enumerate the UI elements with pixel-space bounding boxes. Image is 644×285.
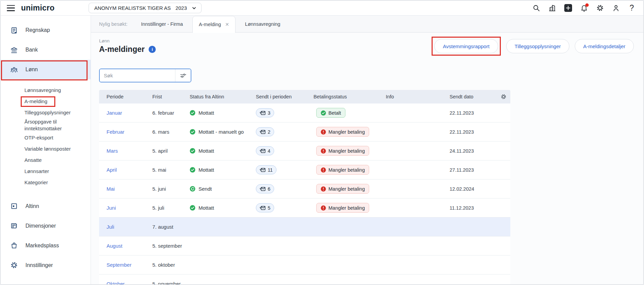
altinn-status-cell: Mottatt xyxy=(190,167,256,173)
sidebar-item-bank[interactable]: Bank xyxy=(1,40,91,60)
search-input[interactable] xyxy=(100,69,175,82)
altinn-icon xyxy=(10,202,18,210)
add-icon[interactable] xyxy=(564,4,572,12)
envelope-icon xyxy=(260,206,266,210)
tab-innstillinger-firma[interactable]: Innstillinger - Firma xyxy=(141,21,183,27)
period-link[interactable]: Oktober xyxy=(107,281,125,285)
avstemmingsrapport-button[interactable]: Avstemmingsrapport xyxy=(434,39,498,53)
payment-status-badge: Betalt xyxy=(316,108,345,118)
sidebar-subitem[interactable]: Kategorier xyxy=(1,177,91,188)
column-header: Status fra Altinn xyxy=(190,94,256,99)
sidebar-subitem[interactable]: Lønnsavregning xyxy=(1,85,91,96)
a-meldingsdetaljer-button[interactable]: A-meldingsdetaljer xyxy=(575,39,634,53)
altinn-status-cell: Sendt xyxy=(190,186,256,192)
search-icon[interactable] xyxy=(532,4,540,12)
table-row[interactable]: Februar 6. mars Mottatt - manuelt go 2 M… xyxy=(99,122,510,141)
info-icon[interactable]: i xyxy=(149,46,156,53)
status-sent-icon xyxy=(190,186,195,192)
sidebar-item-dimensjoner[interactable]: Dimensjoner xyxy=(1,216,91,236)
help-icon[interactable]: ? xyxy=(628,4,636,12)
sent-count-badge: 2 xyxy=(256,127,274,136)
chevron-down-icon xyxy=(192,6,196,11)
status-received-icon xyxy=(190,110,195,116)
sidebar-subitem[interactable]: Årsoppgave til inntektsmottaker xyxy=(1,118,91,132)
sidebar-subitem[interactable]: Tilleggsopplysninger xyxy=(1,107,91,118)
notifications-icon[interactable] xyxy=(580,4,588,12)
company-year: 2023 xyxy=(175,5,187,11)
deadline-cell: 6. februar xyxy=(152,110,190,116)
period-link[interactable]: Februar xyxy=(107,129,125,135)
payment-status-cell: Mangler betaling xyxy=(314,146,386,156)
tilleggsopplysninger-button[interactable]: Tilleggsopplysninger xyxy=(506,39,569,53)
sent-count-badge: 6 xyxy=(256,184,274,193)
sidebar-item-lonn[interactable]: Lønn xyxy=(1,60,91,79)
hamburger-menu-icon[interactable] xyxy=(7,5,15,11)
filter-button[interactable] xyxy=(175,69,191,82)
table-row[interactable]: Mai 5. juni Sendt 6 Mangler betaling 12.… xyxy=(99,179,510,198)
payment-status-badge: Mangler betaling xyxy=(316,165,369,175)
table-row[interactable]: August 5. september xyxy=(99,236,510,255)
column-header: Frist xyxy=(152,94,190,99)
deadline-cell: 5. mai xyxy=(152,167,190,173)
settings-icon[interactable] xyxy=(596,4,604,12)
sidebar-subitem[interactable]: Lønnsarter xyxy=(1,166,91,177)
sent-date-cell: 22.11.2023 xyxy=(450,129,500,135)
period-link[interactable]: Juni xyxy=(107,205,116,211)
sidebar-subitem[interactable]: Ansatte xyxy=(1,155,91,166)
table-row[interactable]: April 5. mai Mottatt 11 Mangler betaling… xyxy=(99,160,510,179)
sent-count-cell: 4 xyxy=(256,146,314,155)
sidebar-item-altinn[interactable]: Altinn xyxy=(1,196,91,216)
sidebar-item-regnskap[interactable]: Regnskap xyxy=(1,20,91,40)
lonn-submenu: LønnsavregningA-meldingTilleggsopplysnin… xyxy=(1,85,91,188)
deadline-cell: 5. september xyxy=(152,243,190,249)
payment-status-cell: Mangler betaling xyxy=(314,203,386,213)
sidebar-subitem[interactable]: OTP-eksport xyxy=(1,132,91,144)
company-selector[interactable]: ANONYM REALISTSK TIGER AS 2023 xyxy=(89,3,202,13)
sent-date-cell: 11.12.2023 xyxy=(450,205,500,211)
tab-lonnsavregning[interactable]: Lønnsavregning xyxy=(245,21,280,27)
bank-icon xyxy=(10,46,18,54)
people-icon xyxy=(10,66,18,74)
sent-count-badge: 3 xyxy=(256,108,274,117)
payment-status-cell: Mangler betaling xyxy=(314,165,386,175)
warning-icon xyxy=(321,186,326,192)
column-header: Periode xyxy=(107,94,152,99)
period-link[interactable]: August xyxy=(107,243,122,249)
period-link[interactable]: Juli xyxy=(107,224,114,230)
breadcrumb: Lønn xyxy=(99,38,156,43)
sidebar-subitem[interactable]: Variable lønnsposter xyxy=(1,144,91,155)
table-row[interactable]: September 5. oktober xyxy=(99,255,510,274)
period-link[interactable]: September xyxy=(107,262,131,268)
paid-check-icon xyxy=(321,110,326,116)
period-link[interactable]: Mars xyxy=(107,148,118,154)
sent-count-cell: 6 xyxy=(256,184,314,193)
table-row[interactable]: Juni 5. juli Mottatt 5 Mangler betaling … xyxy=(99,198,510,217)
payment-status-cell: Betalt xyxy=(314,108,386,118)
deadline-cell: 7. august xyxy=(152,224,190,230)
period-link[interactable]: April xyxy=(107,167,117,173)
tab-a-melding[interactable]: A-melding ✕ xyxy=(192,16,235,33)
table-row[interactable]: Oktober 5. november xyxy=(99,274,510,285)
content-area: PeriodeFristStatus fra AltinnSendt i per… xyxy=(91,60,643,285)
sidebar-item-markedsplass[interactable]: Markedsplass xyxy=(1,236,91,255)
table-settings-icon[interactable] xyxy=(500,94,512,100)
close-icon[interactable]: ✕ xyxy=(225,22,229,27)
column-header: Betalingsstatus xyxy=(314,94,386,99)
table-row[interactable]: Juli 7. august xyxy=(99,217,510,236)
filter-icon xyxy=(180,73,187,78)
sidebar-item-innstillinger[interactable]: Innstillinger xyxy=(1,255,91,275)
period-link[interactable]: Mai xyxy=(107,186,115,192)
tab-bar: Nylig besøkt: Innstillinger - Firma A-me… xyxy=(91,16,643,33)
status-received-icon xyxy=(190,205,195,211)
company-icon[interactable] xyxy=(548,4,556,12)
profile-icon[interactable] xyxy=(612,4,620,12)
sent-date-cell: 27.11.2023 xyxy=(450,167,500,173)
table-row[interactable]: Januar 6. februar Mottatt 3 Betalt 22.11… xyxy=(99,103,510,122)
payment-status-badge: Mangler betaling xyxy=(316,127,369,137)
payment-status-badge: Mangler betaling xyxy=(316,146,369,156)
period-link[interactable]: Januar xyxy=(107,110,122,116)
envelope-icon xyxy=(260,149,266,153)
annotation-box-report: Avstemmingsrapport xyxy=(432,37,500,56)
sidebar-subitem[interactable]: A-melding xyxy=(1,96,91,107)
table-row[interactable]: Mars 5. april Mottatt 4 Mangler betaling… xyxy=(99,141,510,160)
